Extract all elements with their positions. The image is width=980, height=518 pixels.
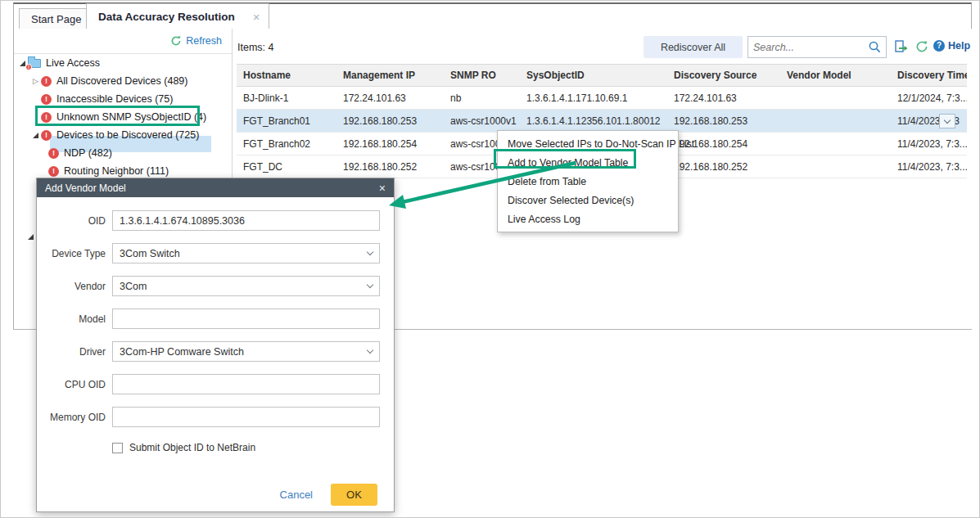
column-header-snmp-ro[interactable]: SNMP RO (444, 65, 520, 86)
refresh-label: Refresh (186, 35, 222, 47)
table-row-selected[interactable]: FGT_Branch01 192.168.180.253 aws-csr1000… (237, 110, 967, 133)
refresh-button[interactable]: Refresh (170, 35, 222, 47)
search-input[interactable] (748, 42, 868, 53)
cell-vendor-model (780, 87, 891, 109)
field-label-driver: Driver (37, 341, 106, 362)
cancel-button[interactable]: Cancel (280, 489, 313, 501)
search-box (747, 36, 887, 58)
vendor-select[interactable]: 3Com (112, 276, 380, 296)
driver-value: 3Com-HP Comware Switch (120, 346, 244, 358)
export-icon[interactable] (893, 39, 908, 54)
menu-item-delete-from-table[interactable]: Delete from Table (498, 172, 678, 191)
field-label-vendor: Vendor (37, 276, 106, 296)
error-icon: ! (41, 76, 52, 87)
row-dropdown-button[interactable] (939, 114, 955, 128)
tree-label: NDP (482) (64, 147, 112, 159)
column-header-discovery-source[interactable]: Discovery Source (667, 65, 780, 86)
chevron-down-icon (944, 116, 951, 123)
add-vendor-model-dialog: Add Vendor Model × OID Device Type 3Com … (36, 178, 395, 512)
table-row[interactable]: BJ-Dlink-1 172.24.101.63 nb 1.3.6.1.4.1.… (237, 87, 967, 110)
dialog-title: Add Vendor Model (45, 182, 126, 194)
cell-discovery-time: 12/1/2024, 7:3... (891, 87, 967, 109)
cell-hostname: FGT_DC (237, 155, 336, 178)
cell-snmp-ro: nb (444, 87, 520, 109)
cell-management-ip: 192.168.180.253 (336, 110, 444, 132)
tree-label: Inaccessible Devices (75) (56, 93, 173, 105)
help-icon: ? (933, 40, 945, 52)
tab-active-label: Data Accuracy Resolution (98, 11, 235, 23)
tab-start-page[interactable]: Start Page (19, 8, 93, 29)
tree-item-devices-to-be-discovered[interactable]: ! Devices to be Discovered (725) (30, 126, 199, 144)
tree-item-live-access[interactable]: ! Live Access (17, 54, 100, 72)
rediscover-all-button[interactable]: Rediscover All (644, 36, 743, 58)
vendor-value: 3Com (120, 281, 147, 292)
cell-hostname: FGT_Branch01 (237, 110, 336, 132)
cell-discovery-source: 192.168.180.253 (667, 110, 780, 132)
tree-item-ndp[interactable]: ! NDP (482) (48, 144, 112, 162)
cell-management-ip: 192.168.180.254 (336, 133, 444, 155)
chevron-down-icon (367, 282, 373, 288)
cell-discovery-time: 11/4/2023, 7:3... (891, 133, 967, 155)
expander-open-icon (25, 234, 36, 240)
field-label-cpu-oid: CPU OID (37, 374, 106, 394)
chevron-down-icon (367, 249, 373, 255)
cell-hostname: BJ-Dlink-1 (237, 87, 336, 109)
field-label-model: Model (37, 309, 106, 329)
context-menu: Move Selected IPs to Do-Not-Scan IP List… (497, 130, 679, 232)
cell-sysobjectid: 1.3.6.1.4.1.12356.101.1.80012 (520, 110, 667, 132)
cell-vendor-model (780, 110, 891, 132)
column-header-discovery-time[interactable]: Discovery Time (891, 65, 967, 86)
search-icon[interactable] (868, 40, 882, 54)
cell-snmp-ro: aws-csr1000v1 (444, 110, 520, 132)
tree-item-inaccessible-devices[interactable]: ! Inaccessible Devices (75) (30, 90, 173, 108)
tree-label: All Discovered Devices (489) (56, 75, 187, 87)
refresh-icon (170, 35, 182, 47)
error-icon: ! (48, 166, 59, 177)
column-header-management-ip[interactable]: Management IP (336, 65, 444, 86)
model-input[interactable] (112, 309, 380, 329)
menu-item-add-to-vendor-model-table[interactable]: Add to Vendor Model Table (498, 153, 678, 172)
cell-discovery-time: 11/4/2023, 7:3 (891, 110, 967, 132)
screenshot-root: Start Page Data Accuracy Resolution × Re… (0, 0, 980, 518)
device-type-select[interactable]: 3Com Switch (112, 243, 380, 264)
tab-start-page-label: Start Page (31, 13, 81, 25)
cell-vendor-model (780, 133, 891, 155)
cell-management-ip: 172.24.101.63 (336, 87, 444, 109)
items-count-label: Items: 4 (237, 42, 273, 53)
field-label-memory-oid: Memory OID (37, 407, 106, 427)
tree-label: Routing Neighbor (111) (64, 165, 169, 177)
column-header-vendor-model[interactable]: Vendor Model (780, 65, 891, 86)
cell-sysobjectid: 1.3.6.1.4.1.171.10.69.1 (520, 87, 667, 109)
cell-vendor-model (780, 155, 891, 178)
submit-objectid-checkbox[interactable] (112, 443, 123, 453)
field-label-oid: OID (37, 210, 106, 231)
ok-button[interactable]: OK (331, 484, 377, 506)
refresh-table-icon[interactable] (915, 39, 929, 54)
driver-select[interactable]: 3Com-HP Comware Switch (112, 341, 380, 362)
tab-data-accuracy-resolution[interactable]: Data Accuracy Resolution × (86, 3, 269, 29)
error-icon: ! (41, 130, 52, 141)
tab-close-icon[interactable]: × (253, 10, 260, 24)
tree-item-all-discovered-devices[interactable]: ▷ ! All Discovered Devices (489) (30, 72, 187, 90)
help-label: Help (948, 40, 970, 52)
menu-item-move-to-do-not-scan[interactable]: Move Selected IPs to Do-Not-Scan IP List (498, 134, 678, 153)
memory-oid-input[interactable] (112, 407, 380, 427)
expander-open-icon[interactable] (30, 133, 41, 138)
folder-error-icon: ! (28, 59, 41, 68)
oid-input[interactable] (112, 210, 380, 231)
menu-item-live-access-log[interactable]: Live Access Log (498, 209, 678, 228)
tree-item-unknown-snmp-sysobjectid[interactable]: ! Unknown SNMP SysObjectID (4) (41, 108, 206, 126)
error-icon: ! (41, 112, 52, 123)
menu-item-discover-selected-devices[interactable]: Discover Selected Device(s) (498, 191, 678, 209)
expander-closed-icon[interactable]: ▷ (30, 78, 41, 85)
tree-label: Unknown SNMP SysObjectID (4) (56, 111, 206, 123)
cell-management-ip: 192.168.180.252 (336, 155, 444, 178)
tree-label: Devices to be Discovered (725) (56, 129, 199, 141)
cpu-oid-input[interactable] (112, 374, 380, 394)
dialog-close-icon[interactable]: × (379, 182, 386, 195)
column-header-sysobjectid[interactable]: SysObjectID (520, 65, 667, 86)
column-header-hostname[interactable]: Hostname (237, 65, 336, 86)
help-button[interactable]: ? Help (933, 40, 970, 52)
table-header-row: Hostname Management IP SNMP RO SysObject… (237, 64, 967, 87)
submit-objectid-checkbox-label: Submit Object ID to NetBrain (129, 442, 255, 453)
